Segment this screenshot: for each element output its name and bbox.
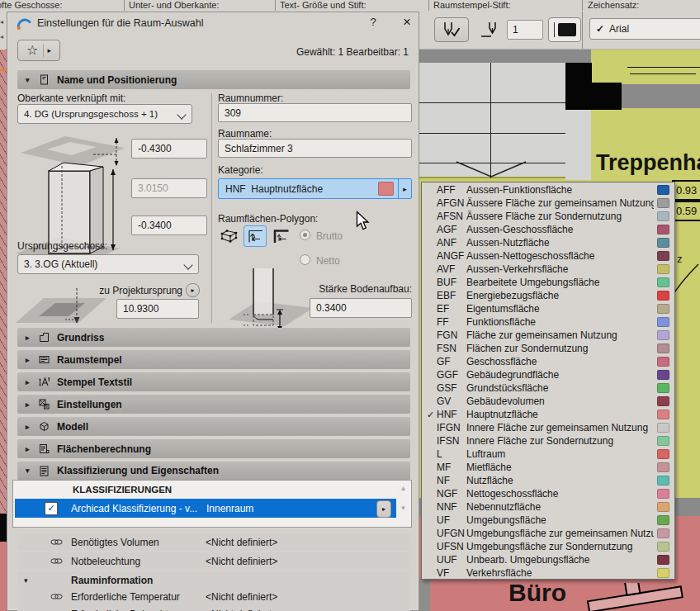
category-list-item[interactable]: NF Nutzfläche (422, 474, 674, 487)
dialog-shadow (419, 578, 430, 611)
polygon-mode-outer-button[interactable] (269, 225, 292, 247)
collapsed-arrow-icon: ▸ (26, 445, 39, 453)
collapse-arrow-icon[interactable]: ◂ (0, 18, 3, 26)
property-label: Erforderliche Temperatur (71, 591, 180, 603)
top-link-select[interactable]: 4. DG (Ursprungsgeschoss + 1) (17, 104, 192, 124)
category-list-item[interactable]: AFSN Äussere Fläche zur Sondernutzung (422, 210, 674, 223)
floor-thickness-input[interactable]: 0.3400 (310, 298, 412, 318)
category-list-item[interactable]: NGF Nettogeschossfläche (422, 487, 674, 500)
category-list-item[interactable]: UFSN Umgebungsfläche zur Sondernutzung (422, 540, 674, 553)
category-list-item[interactable]: AGF Aussen-Geschossfläche (422, 223, 674, 236)
section-label: Klassifizierung und Eigenschaften (57, 465, 219, 476)
property-label: Notbeleuchtung (71, 556, 140, 567)
category-field[interactable]: HNF Hauptnutzfläche ▸ (218, 178, 412, 199)
classification-checkbox[interactable]: ✓ (45, 502, 58, 515)
category-list-item[interactable]: ANGF Aussen-Nettogeschossfläche (422, 249, 674, 263)
category-list-item[interactable]: GV Gebäudevolumen (422, 395, 674, 408)
section-einstellungen[interactable]: ▸ Einstellungen (17, 395, 410, 414)
property-group-row[interactable]: ▾ Rauminformation (17, 571, 410, 589)
category-list-item[interactable]: AVF Aussen-Verkehrsfläche (422, 263, 674, 276)
expanded-arrow-icon: ▾ (26, 76, 39, 84)
category-list-item[interactable]: IFSN Innere Fläche zur Sondernutzung (422, 434, 674, 448)
polygon-mode-inner-button[interactable] (244, 225, 267, 247)
category-list-item[interactable]: EBF Energiebezugsfläche (422, 289, 674, 302)
pen-underline-button[interactable] (475, 17, 505, 42)
category-color-swatch (657, 515, 669, 525)
category-list-item[interactable]: GSF Grundstücksfläche (422, 381, 674, 395)
brutto-radio[interactable] (300, 230, 310, 240)
category-list-item[interactable]: EF Eigentumsfläche (422, 302, 674, 315)
category-color-swatch (657, 489, 669, 499)
link-icon (50, 538, 63, 547)
netto-radio[interactable] (300, 254, 310, 265)
category-code: ANGF (437, 250, 466, 262)
section-klassifizierung[interactable]: ▾ Klassifizierung und Eigenschaften (17, 462, 410, 480)
pen-color-button[interactable] (548, 17, 581, 42)
pen-number-input[interactable]: 1 (507, 20, 543, 40)
category-list-item[interactable]: UUF Unbearb. Umgebungsfläche (422, 553, 674, 566)
dashed-guide (0, 69, 7, 71)
property-row[interactable]: Benötigtes Volumen <Nicht definiert> (17, 533, 410, 551)
top-offset-input[interactable]: -0.4300 (131, 139, 207, 159)
category-color-swatch (657, 225, 669, 234)
category-list-item[interactable]: MF Mietfläche (422, 461, 674, 474)
category-list-item[interactable]: UF Umgebungsfläche (422, 514, 674, 527)
category-list-item[interactable]: AFGN Äussere Fläche zur gemeinsamen Nutz… (422, 197, 674, 210)
category-list-item[interactable]: AFF Aussen-Funktionsfläche (422, 183, 674, 197)
category-list-item[interactable]: GGF Gebäudegrundfläche (422, 368, 674, 381)
category-list-item[interactable]: ANF Aussen-Nutzfläche (422, 236, 674, 249)
toolbar-group-label: ofte Geschosse: (0, 0, 63, 10)
scroll-down-icon[interactable]: ▼ (398, 504, 409, 512)
home-storey-select[interactable]: 3. 3.OG (Aktuell) (17, 254, 199, 274)
room-number-input[interactable]: 309 (218, 103, 412, 122)
bottom-offset-input[interactable]: -0.3400 (131, 216, 207, 235)
collapse-arrow-icon[interactable]: ◂ (0, 33, 3, 40)
classification-popup-button[interactable]: ▸ (376, 500, 391, 518)
property-row[interactable]: Notbeleuchtung <Nicht definiert> (17, 552, 410, 570)
close-button[interactable]: × (397, 14, 417, 32)
help-button[interactable]: ? (364, 16, 382, 32)
category-label: Kategorie: (218, 164, 263, 176)
section-grundriss[interactable]: ▸ Grundriss (17, 328, 410, 347)
project-origin-input[interactable]: 10.9300 (116, 299, 199, 319)
section-stempel-textstil[interactable]: ▸ Stempel Textstil (17, 372, 410, 391)
project-origin-menu-button[interactable]: ▸ (186, 283, 200, 297)
category-list-item[interactable]: IFGN Innere Fläche zur gemeinsamen Nutzu… (422, 421, 674, 434)
category-label: Hauptnutzfläche (466, 409, 654, 420)
category-popup-button[interactable]: ▸ (398, 179, 411, 198)
property-row[interactable]: Erforderliche Temperatur <Nicht definier… (17, 588, 410, 605)
category-label: Fläche zur gemeinsamen Nutzung (466, 329, 654, 341)
classification-row[interactable]: ✓ Archicad Klassifizierung - v... Innenr… (15, 499, 396, 518)
collapsed-arrow-icon: ▸ (26, 423, 39, 431)
category-color-swatch (657, 502, 669, 512)
polygon-outer-icon (272, 229, 290, 244)
category-list-item[interactable]: L Luftraum (422, 448, 674, 461)
category-list-item[interactable]: ✓ HNF Hauptnutzfläche (422, 408, 674, 421)
category-list-item[interactable]: FF Funktionsfläche (422, 315, 674, 329)
category-list-item[interactable]: VF Verkehrsfläche (422, 566, 674, 580)
fontset-select[interactable]: ✓ Arial (589, 18, 700, 40)
favorites-button[interactable]: ☆ ▸ (17, 40, 60, 61)
star-icon: ☆ (26, 44, 38, 57)
category-list-item[interactable]: BUF Bearbeitete Umgebungsfläche (422, 276, 674, 289)
property-row[interactable]: Erforderliche Beleuchtungs... <Nicht def… (17, 605, 410, 611)
category-label: Aussen-Nutzfläche (466, 237, 654, 249)
brutto-label: Brutto (316, 230, 343, 242)
polygon-mode-3d-button[interactable] (218, 225, 241, 247)
category-list-item[interactable]: GF Geschossfläche (422, 355, 674, 368)
category-list-item[interactable]: FGN Fläche zur gemeinsamen Nutzung (422, 329, 674, 342)
scroll-up-icon[interactable]: ▲ (398, 485, 409, 492)
toolbar-separator (582, 12, 583, 49)
section-modell[interactable]: ▸ Modell (17, 417, 410, 436)
room-name-input[interactable]: Schlafzimmer 3 (218, 139, 412, 158)
section-name-positioning[interactable]: ▾ Name und Positionierung (17, 70, 410, 89)
category-list-item[interactable]: FSN Flächen zur Sondernutzung (422, 342, 674, 355)
category-list-item[interactable]: NNF Nebennutzfläche (422, 500, 674, 514)
dialog-titlebar[interactable]: Einstellungen für die Raum-Auswahl ? × (7, 12, 419, 35)
section-flaechenberechnung[interactable]: ▸ Flächenberechnung (17, 439, 410, 458)
category-list-item[interactable]: UFGN Umgebungsfläche zur gemeinsamen Nut… (422, 527, 674, 540)
section-raumstempel[interactable]: ▸ Raumstempel (17, 350, 410, 369)
pen-check-button[interactable] (434, 17, 469, 42)
section-label: Modell (57, 421, 88, 433)
classification-scrollbar[interactable]: ▲ ▼ (398, 481, 409, 526)
